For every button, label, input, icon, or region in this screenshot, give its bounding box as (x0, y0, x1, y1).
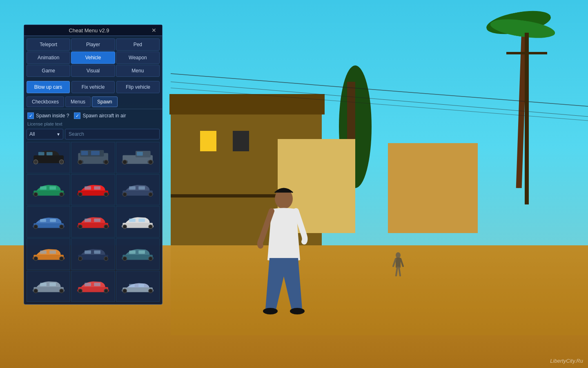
svg-rect-33 (137, 152, 143, 156)
svg-rect-68 (94, 218, 100, 222)
vehicle-cell-2[interactable] (71, 142, 115, 173)
spawn-inside-checkbox-box: ✓ (27, 112, 34, 119)
vehicle-cell-14[interactable] (71, 271, 115, 302)
svg-point-48 (78, 193, 82, 196)
blow-up-cars-button[interactable]: Blow up cars (27, 81, 70, 93)
svg-point-28 (104, 160, 108, 165)
nav-visual[interactable]: Visual (71, 65, 115, 77)
vehicle-cell-6[interactable] (116, 174, 160, 206)
dropdown-value: All (29, 131, 35, 137)
svg-rect-96 (138, 251, 145, 254)
vehicle-cell-9[interactable] (116, 206, 160, 238)
svg-point-77 (149, 225, 152, 229)
svg-rect-109 (85, 283, 91, 286)
svg-rect-116 (129, 284, 135, 287)
close-button[interactable]: ✕ (150, 27, 158, 34)
svg-point-112 (104, 289, 108, 293)
menu-title-bar: Cheat Menu v2.9 ✕ (24, 25, 162, 36)
vehicle-cell-3[interactable] (116, 142, 160, 173)
spawn-inside-checkbox[interactable]: ✓ Spawn inside ? (27, 112, 69, 119)
nav-menu[interactable]: Menu (116, 65, 160, 77)
vehicle-cell-15[interactable] (116, 271, 160, 302)
svg-point-83 (33, 257, 37, 260)
svg-rect-99 (33, 287, 64, 292)
svg-rect-95 (129, 251, 136, 254)
svg-point-104 (33, 289, 37, 293)
svg-rect-50 (122, 191, 153, 196)
vehicle-cell-11[interactable] (71, 238, 115, 270)
menu-title: Cheat Menu v2.9 (28, 27, 150, 34)
svg-rect-103 (49, 283, 56, 286)
svg-rect-36 (33, 191, 64, 196)
spawn-aircraft-checkbox[interactable]: ✓ Spawn aircraft in air (74, 112, 126, 119)
svg-rect-18 (46, 152, 52, 155)
sub-tab-checkboxes[interactable]: Checkboxes (27, 96, 64, 107)
svg-point-20 (59, 160, 64, 164)
svg-rect-60 (40, 219, 46, 222)
nav-game[interactable]: Game (27, 65, 70, 77)
nav-ped[interactable]: Ped (116, 38, 160, 51)
dropdown-arrow-icon: ▼ (56, 132, 60, 137)
vehicle-cell-8[interactable] (71, 206, 115, 238)
svg-rect-102 (40, 283, 47, 286)
sub-tab-menus[interactable]: Menus (65, 96, 91, 107)
license-plate-label: License plate text (24, 121, 162, 127)
spawn-inside-label: Spawn inside ? (36, 113, 69, 119)
vehicle-cell-7[interactable] (27, 206, 70, 238)
search-placeholder: Search (69, 131, 84, 137)
svg-point-6 (263, 308, 278, 314)
svg-point-8 (396, 252, 401, 258)
action-buttons-row: Blow up cars Fix vehicle Flip vehicle (24, 79, 162, 95)
svg-point-90 (78, 257, 82, 260)
svg-point-41 (33, 193, 37, 196)
svg-point-69 (78, 225, 82, 229)
vehicle-filter-dropdown[interactable]: All ▼ (27, 129, 63, 139)
svg-point-62 (33, 225, 37, 229)
nav-animation[interactable]: Animation (27, 52, 70, 64)
vehicle-cell-1[interactable] (27, 142, 70, 173)
vehicle-cell-13[interactable] (27, 271, 70, 302)
svg-point-84 (60, 257, 63, 260)
svg-rect-54 (138, 186, 145, 190)
svg-rect-47 (94, 186, 100, 190)
svg-rect-75 (138, 218, 145, 222)
vehicle-cell-5[interactable] (71, 174, 115, 206)
nav-weapon[interactable]: Weapon (116, 52, 160, 64)
svg-point-97 (123, 257, 127, 260)
nav-player[interactable]: Player (71, 38, 115, 51)
spawn-aircraft-checkbox-box: ✓ (74, 112, 80, 119)
nav-teleport[interactable]: Teleport (27, 38, 70, 51)
svg-point-49 (104, 193, 108, 196)
watermark: LibertyCity.Ru (550, 358, 583, 364)
checkboxes-section: ✓ Spawn inside ? ✓ Spawn aircraft in air (24, 109, 162, 121)
svg-point-34 (122, 160, 127, 165)
svg-point-111 (78, 289, 82, 293)
svg-rect-43 (78, 191, 108, 196)
svg-rect-25 (81, 151, 88, 156)
fix-vehicle-button[interactable]: Fix vehicle (71, 81, 115, 93)
svg-point-98 (149, 257, 152, 260)
svg-rect-39 (40, 186, 47, 190)
sub-tab-spawn[interactable]: Spawn (92, 96, 118, 107)
vehicles-grid (24, 142, 162, 304)
svg-rect-92 (122, 255, 153, 260)
svg-line-13 (399, 267, 400, 276)
vehicle-cell-4[interactable] (27, 174, 70, 206)
svg-point-27 (78, 160, 82, 165)
svg-point-118 (123, 289, 127, 293)
svg-line-11 (401, 259, 403, 266)
vehicle-search-input[interactable]: Search (65, 129, 160, 139)
svg-line-10 (393, 259, 396, 266)
nav-grid: Teleport Player Ped Animation Vehicle We… (24, 36, 162, 79)
vehicle-cell-10[interactable] (27, 238, 70, 270)
svg-rect-89 (94, 251, 100, 254)
flip-vehicle-button[interactable]: Flip vehicle (116, 81, 160, 93)
cheat-menu-panel: Cheat Menu v2.9 ✕ Teleport Player Ped An… (24, 25, 163, 305)
nav-vehicle[interactable]: Vehicle (71, 52, 115, 64)
svg-rect-117 (138, 284, 144, 287)
svg-point-42 (60, 193, 63, 196)
svg-rect-17 (38, 152, 44, 155)
svg-point-105 (60, 289, 63, 293)
vehicle-cell-12[interactable] (116, 238, 160, 270)
svg-rect-85 (78, 255, 108, 260)
